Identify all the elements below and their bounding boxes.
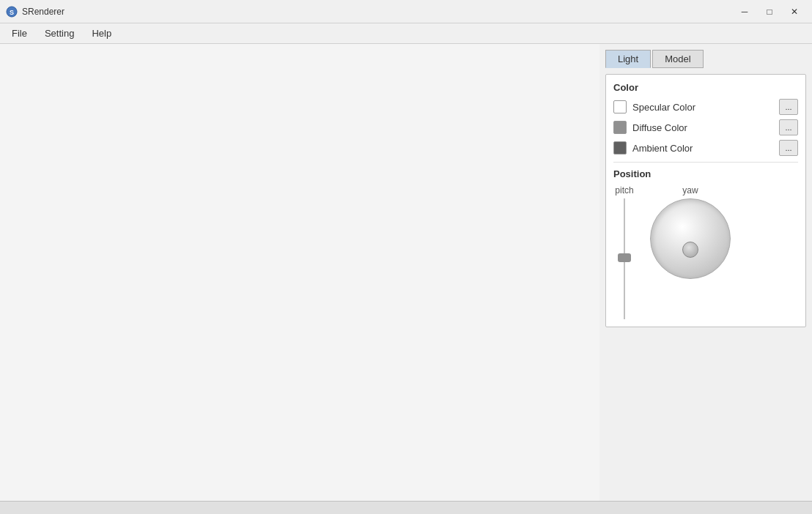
restore-button[interactable]: □ [758, 1, 781, 22]
pitch-slider-container[interactable] [613, 198, 635, 319]
pitch-thumb[interactable] [618, 253, 631, 262]
divider [613, 162, 798, 163]
tab-bar: Light Model [605, 50, 806, 68]
pitch-control: pitch [613, 185, 635, 319]
yaw-dial[interactable] [650, 198, 731, 279]
specular-color-label: Specular Color [632, 102, 773, 113]
yaw-label: yaw [682, 185, 698, 195]
diffuse-color-row: Diffuse Color ... [613, 119, 798, 135]
menu-bar: File Setting Help [0, 23, 812, 44]
diffuse-color-swatch[interactable] [613, 121, 627, 134]
close-button[interactable]: ✕ [783, 1, 806, 22]
ambient-color-label: Ambient Color [632, 143, 773, 154]
yaw-handle[interactable] [682, 242, 698, 258]
ambient-color-row: Ambient Color ... [613, 140, 798, 156]
canvas-area [0, 44, 599, 501]
tab-light[interactable]: Light [605, 50, 651, 68]
tab-model[interactable]: Model [652, 50, 703, 68]
app-title: SRenderer [22, 7, 733, 17]
main-area: Light Model Color Specular Color ... Dif… [0, 44, 812, 501]
app-icon: S [6, 6, 18, 18]
diffuse-color-label: Diffuse Color [632, 122, 773, 133]
svg-text:S: S [10, 9, 14, 16]
light-panel: Color Specular Color ... Diffuse Color .… [605, 74, 806, 327]
right-panel: Light Model Color Specular Color ... Dif… [599, 44, 812, 501]
title-bar: S SRenderer ─ □ ✕ [0, 0, 812, 23]
pitch-label: pitch [615, 185, 633, 195]
specular-color-swatch[interactable] [613, 100, 627, 113]
minimize-button[interactable]: ─ [733, 1, 756, 22]
status-bar [0, 501, 812, 514]
specular-color-row: Specular Color ... [613, 99, 798, 115]
position-controls: pitch yaw [613, 185, 798, 319]
position-section-title: Position [613, 168, 798, 179]
diffuse-color-menu-btn[interactable]: ... [779, 119, 798, 135]
yaw-control: yaw [650, 185, 731, 279]
color-section-title: Color [613, 82, 798, 93]
ambient-color-swatch[interactable] [613, 141, 627, 154]
specular-color-menu-btn[interactable]: ... [779, 99, 798, 115]
menu-setting[interactable]: Setting [36, 25, 83, 42]
menu-help[interactable]: Help [83, 25, 120, 42]
ambient-color-menu-btn[interactable]: ... [779, 140, 798, 156]
menu-file[interactable]: File [3, 25, 36, 42]
window-controls: ─ □ ✕ [733, 1, 806, 22]
